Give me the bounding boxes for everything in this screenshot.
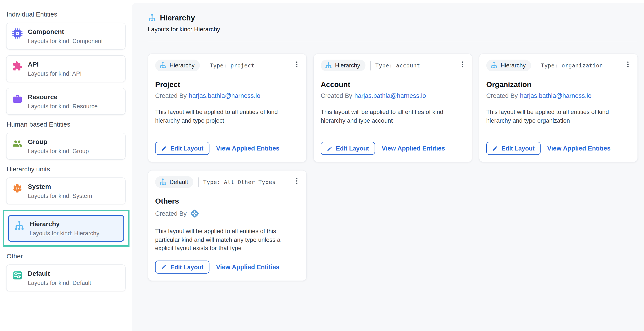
- badge-type-divider: [370, 61, 371, 70]
- sidebar-item-component[interactable]: Component Layouts for kind: Component: [6, 23, 126, 50]
- card-header-row: Hierarchy Type: organization: [486, 60, 630, 71]
- edit-layout-button[interactable]: Edit Layout: [486, 142, 540, 155]
- card-title: Organization: [486, 81, 630, 89]
- kind-badge: Hierarchy: [321, 60, 366, 71]
- pencil-icon: [492, 146, 498, 151]
- card-header-row: Hierarchy Type: project: [155, 60, 300, 71]
- created-by-row: Created By harjas.bathla@harness.io: [321, 92, 465, 99]
- kebab-icon: [458, 61, 466, 68]
- card-footer: Edit Layout View Applied Entities: [486, 134, 630, 155]
- layout-card-account: Hierarchy Type: account Account Created …: [313, 54, 472, 162]
- created-by-email-link[interactable]: harjas.bathla@harness.io: [189, 92, 260, 99]
- pencil-icon: [161, 146, 167, 151]
- kind-badge: Hierarchy: [486, 60, 531, 71]
- edit-layout-button[interactable]: Edit Layout: [155, 260, 210, 273]
- layout-card-organization: Hierarchy Type: organization Organizatio…: [479, 54, 638, 162]
- type-text: Type: All Other Types: [203, 179, 276, 185]
- group-icon: [12, 138, 22, 149]
- edit-layout-button[interactable]: Edit Layout: [321, 142, 375, 155]
- sidebar-item-default[interactable]: Default Layouts for kind: Default: [6, 265, 126, 292]
- hierarchy-icon: [148, 14, 156, 22]
- card-footer: Edit Layout View Applied Entities: [321, 134, 465, 155]
- page-subtitle: Layouts for kind: Hierarchy: [148, 26, 638, 33]
- sidebar-item-resource[interactable]: Resource Layouts for kind: Resource: [6, 88, 126, 115]
- kind-badge-label: Hierarchy: [170, 62, 195, 69]
- hierarchy-icon: [14, 220, 24, 231]
- card-header-row: Hierarchy Type: account: [321, 60, 465, 71]
- type-text: Type: project: [210, 62, 255, 69]
- view-applied-entities-link[interactable]: View Applied Entities: [216, 263, 280, 270]
- kind-badge-label: Hierarchy: [335, 62, 360, 69]
- kind-badge-label: Default: [170, 179, 188, 185]
- view-applied-entities-link[interactable]: View Applied Entities: [547, 145, 610, 152]
- page-title: Hierarchy: [160, 14, 195, 23]
- card-title: Account: [321, 81, 465, 89]
- sidebar-item-system[interactable]: System Layouts for kind: System: [6, 177, 126, 204]
- hierarchy-icon: [159, 178, 166, 186]
- card-menu-button[interactable]: [623, 58, 633, 71]
- sidebar-section-heading-hierarchy-units: Hierarchy units: [6, 165, 126, 173]
- created-by-row: Created By harjas.bathla@harness.io: [486, 92, 630, 99]
- main-panel: Hierarchy Layouts for kind: Hierarchy Hi…: [132, 3, 644, 331]
- card-menu-button[interactable]: [292, 175, 302, 187]
- card-menu-button[interactable]: [457, 58, 468, 71]
- component-icon: [12, 28, 22, 39]
- layouts-page: Individual Entities Component Layouts fo…: [0, 0, 644, 331]
- created-by-row: Created By harjas.bathla@harness.io: [155, 92, 300, 99]
- created-by-email-link[interactable]: harjas.bathla@harness.io: [520, 92, 592, 99]
- layout-card-project: Hierarchy Type: project Project Created …: [148, 54, 307, 162]
- kebab-icon: [293, 61, 301, 68]
- pencil-icon: [327, 146, 332, 151]
- resource-icon: [12, 94, 22, 104]
- kebab-icon: [624, 61, 632, 68]
- sidebar-section-heading-other: Other: [6, 252, 126, 260]
- card-description: This layout will be applied to all entit…: [155, 227, 298, 252]
- card-title: Project: [155, 81, 300, 89]
- sidebar-item-hierarchy[interactable]: Hierarchy Layouts for kind: Hierarchy: [8, 215, 124, 242]
- card-description: This layout will be applied to all entit…: [321, 108, 464, 125]
- badge-type-divider: [205, 61, 205, 70]
- badge-type-divider: [536, 61, 536, 70]
- system-icon: [12, 183, 22, 194]
- pencil-icon: [161, 264, 167, 270]
- sidebar-section-heading-individual-entities: Individual Entities: [6, 11, 126, 18]
- sidebar-item-api[interactable]: API Layouts for kind: API: [6, 55, 126, 82]
- card-header-row: Default Type: All Other Types: [155, 176, 300, 188]
- header-divider: [148, 41, 637, 41]
- kebab-icon: [293, 177, 301, 185]
- sidebar-section-heading-human-based-entities: Human based Entities: [6, 121, 126, 128]
- layout-cards-grid: Hierarchy Type: project Project Created …: [148, 54, 638, 281]
- page-header: Hierarchy: [148, 14, 638, 23]
- diamond-clover-avatar-icon: [190, 209, 199, 218]
- kind-badge: Hierarchy: [155, 60, 200, 71]
- hierarchy-icon: [324, 62, 332, 69]
- layout-card-others: Default Type: All Other Types Others Cre…: [148, 170, 307, 281]
- card-description: This layout will be applied to all entit…: [155, 108, 298, 125]
- type-text: Type: account: [376, 62, 420, 69]
- card-menu-button[interactable]: [292, 58, 302, 71]
- api-icon: [12, 61, 22, 71]
- card-description: This layout will be applied to all entit…: [486, 108, 630, 125]
- hierarchy-icon: [490, 62, 498, 69]
- sidebar-item-group[interactable]: Group Layouts for kind: Group: [6, 133, 126, 160]
- sidebar: Individual Entities Component Layouts fo…: [0, 0, 132, 331]
- created-by-row: Created By: [155, 209, 300, 218]
- card-footer: Edit Layout View Applied Entities: [155, 134, 300, 155]
- kind-badge-label: Hierarchy: [500, 62, 526, 69]
- kind-badge: Default: [155, 176, 193, 188]
- type-text: Type: organization: [541, 62, 603, 69]
- selection-highlight: Hierarchy Layouts for kind: Hierarchy: [2, 210, 130, 247]
- view-applied-entities-link[interactable]: View Applied Entities: [382, 145, 445, 152]
- created-by-email-link[interactable]: harjas.bathla@harness.io: [354, 92, 426, 99]
- view-applied-entities-link[interactable]: View Applied Entities: [216, 145, 280, 152]
- main-panel-wrap: Hierarchy Layouts for kind: Hierarchy Hi…: [132, 0, 644, 331]
- hierarchy-icon: [159, 62, 166, 69]
- edit-layout-button[interactable]: Edit Layout: [155, 142, 210, 155]
- card-title: Others: [155, 197, 300, 206]
- default-icon: [12, 270, 22, 281]
- badge-type-divider: [198, 177, 198, 187]
- card-footer: Edit Layout View Applied Entities: [155, 252, 300, 273]
